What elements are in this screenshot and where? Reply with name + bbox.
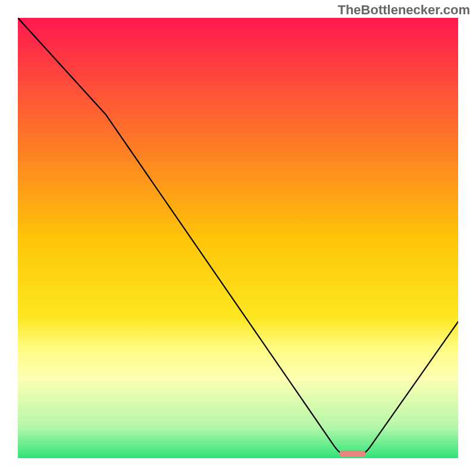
chart-overlay	[18, 18, 458, 458]
watermark-text: TheBottlenecker.com	[337, 2, 470, 18]
optimal-zone-marker	[339, 450, 365, 457]
bottleneck-curve	[18, 18, 458, 454]
chart-plot-area	[18, 18, 458, 458]
